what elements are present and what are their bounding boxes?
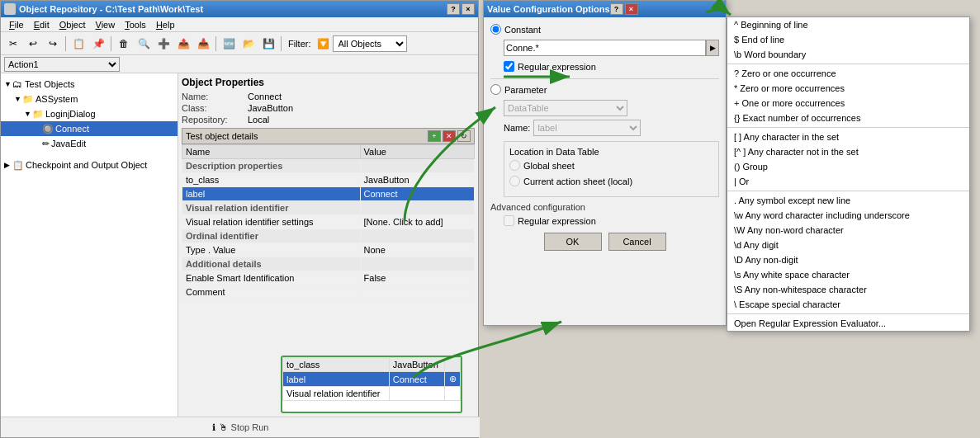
- regex-label: Regular expression: [518, 62, 596, 72]
- ctx-separator: [727, 191, 969, 191]
- toolbar-undo[interactable]: ↩: [24, 35, 42, 53]
- zoom-connect-td: Connect: [389, 372, 444, 387]
- menu-edit[interactable]: Edit: [29, 20, 54, 30]
- ok-button[interactable]: OK: [544, 233, 602, 251]
- toolbar-add[interactable]: ➕: [154, 35, 173, 53]
- toolbar-find[interactable]: 🔍: [135, 35, 153, 53]
- current-radio[interactable]: [509, 176, 520, 186]
- context-menu-item[interactable]: * Zero or more occurrences: [727, 81, 969, 96]
- tree-logindialog[interactable]: ▼ 📁 LoginjDialog: [1, 106, 178, 121]
- context-menu-item[interactable]: () Group: [727, 159, 969, 174]
- tree-connect[interactable]: 🔘 Connect: [1, 121, 178, 136]
- zoom-vri-td: Visual relation identifier: [283, 387, 390, 401]
- tree-assystem[interactable]: ▼ 📁 ASSystem: [1, 92, 178, 106]
- tree-javaedit[interactable]: ✏ JavaEdit: [1, 136, 178, 151]
- context-menu-item[interactable]: . Any symbol except new line: [727, 193, 969, 208]
- global-radio[interactable]: [509, 160, 520, 171]
- menu-tools[interactable]: Tools: [120, 20, 151, 30]
- parameter-label: Parameter: [504, 85, 547, 95]
- context-menu-item[interactable]: \W Any non-word character: [727, 223, 969, 238]
- toolbar-paste[interactable]: 📌: [89, 35, 107, 53]
- toolbar-delete[interactable]: 🗑: [115, 35, 133, 53]
- toolbar-export[interactable]: 📤: [174, 35, 192, 53]
- context-menu-item[interactable]: \s Any white space character: [727, 267, 969, 282]
- context-menu-item[interactable]: ^ Beginning of line: [727, 17, 969, 32]
- context-menu-item[interactable]: \S Any non-whitespace character: [727, 282, 969, 297]
- ctx-separator: [727, 64, 969, 64]
- context-menu-item[interactable]: Open Regular Expression Evaluator...: [727, 316, 969, 331]
- vco-help-btn[interactable]: ?: [610, 3, 623, 15]
- param-select[interactable]: DataTable: [504, 100, 627, 116]
- tree-checkpoint[interactable]: ▶ 📋 Checkpoint and Output Object: [1, 158, 178, 172]
- context-menu-item[interactable]: {} Exact number of occurrences: [727, 111, 969, 125]
- toolbar-sep1: [65, 36, 66, 51]
- toolbar-import[interactable]: 📥: [194, 35, 212, 53]
- toolbar-open[interactable]: 📂: [239, 35, 258, 53]
- context-menu-item[interactable]: \d Any digit: [727, 238, 969, 252]
- stop-run-label[interactable]: Stop Run: [231, 422, 269, 432]
- context-menu-item[interactable]: \D Any non-digit: [727, 252, 969, 267]
- context-menu-item[interactable]: \ Escape special character: [727, 297, 969, 312]
- close-button[interactable]: ×: [462, 3, 475, 15]
- context-menu-item[interactable]: \w Any word character including undersco…: [727, 208, 969, 223]
- toolbar-copy[interactable]: 📋: [69, 35, 88, 53]
- context-menu-item[interactable]: | Or: [727, 174, 969, 189]
- context-menu-item[interactable]: [ ] Any character in the set: [727, 130, 969, 144]
- expand-checkpoint[interactable]: ▶: [4, 161, 12, 169]
- cancel-button[interactable]: Cancel: [608, 233, 666, 251]
- tree-panel: ▼ 🗂 Test Objects ▼ 📁 ASSystem ▼ 📁 Loginj…: [1, 73, 178, 418]
- context-menu-item[interactable]: $ End of line: [727, 32, 969, 47]
- expand-assystem[interactable]: ▼: [14, 95, 22, 103]
- prop-name-value: Connect: [248, 92, 282, 101]
- constant-radio[interactable]: [490, 24, 501, 35]
- vco-title-bar: Value Configuration Options ? ×: [484, 1, 726, 17]
- name-select[interactable]: label: [533, 120, 641, 136]
- toolbar-save[interactable]: 💾: [259, 35, 277, 53]
- table-row[interactable]: labelConnect: [182, 187, 475, 201]
- connect-label: Connect: [55, 124, 89, 134]
- vco-dialog: Value Configuration Options ? × Constant…: [483, 0, 727, 326]
- toolbar-cut[interactable]: ✂: [4, 35, 22, 53]
- table-row[interactable]: Enable Smart IdentificationFalse: [182, 271, 475, 285]
- constant-arrow-btn[interactable]: ▶: [706, 40, 719, 56]
- assystem-icon: 📁: [22, 94, 34, 105]
- name-label-text: Name:: [504, 123, 530, 133]
- expand-logindialog[interactable]: ▼: [24, 110, 32, 118]
- action-select[interactable]: Action1: [4, 57, 120, 72]
- expand-root[interactable]: ▼: [4, 80, 12, 88]
- zoom-row-selected[interactable]: label Connect ⊕: [283, 372, 461, 387]
- filter-select[interactable]: All Objects: [333, 35, 407, 52]
- checkpoint-label: Checkpoint and Output Object: [26, 160, 147, 170]
- menu-object[interactable]: Object: [54, 20, 91, 30]
- name-row: Name: label: [504, 120, 719, 136]
- menu-bar: File Edit Object View Tools Help: [1, 17, 478, 32]
- regex-checkbox[interactable]: [504, 61, 514, 72]
- adv-regex-checkbox[interactable]: [504, 215, 514, 226]
- table-row[interactable]: Comment: [182, 285, 475, 299]
- table-row[interactable]: Visual relation identifier settings[None…: [182, 215, 475, 229]
- details-add-btn[interactable]: +: [428, 130, 441, 142]
- help-button[interactable]: ?: [447, 3, 460, 15]
- parameter-radio[interactable]: [490, 84, 501, 95]
- context-menu-item[interactable]: \b Word boundary: [727, 47, 969, 62]
- toolbar-redo[interactable]: ↪: [44, 35, 62, 53]
- menu-file[interactable]: File: [4, 20, 29, 30]
- table-row[interactable]: Type . ValueNone: [182, 243, 475, 257]
- menu-view[interactable]: View: [91, 20, 121, 30]
- tree-root[interactable]: ▼ 🗂 Test Objects: [1, 77, 178, 92]
- zoom-td-3: [445, 358, 461, 372]
- prop-repo-value: Local: [248, 115, 269, 125]
- tree-root-label: Test Objects: [25, 79, 75, 89]
- constant-input[interactable]: [504, 40, 706, 56]
- details-del-btn[interactable]: ✕: [443, 130, 456, 142]
- menu-help[interactable]: Help: [151, 20, 180, 30]
- toolbar-new[interactable]: 🆕: [220, 35, 238, 53]
- vco-close-btn[interactable]: ×: [625, 3, 638, 15]
- checkpoint-icon: 📋: [12, 160, 24, 171]
- context-menu-item[interactable]: + One or more occurrences: [727, 96, 969, 111]
- context-menu-item[interactable]: ? Zero or one occurrence: [727, 66, 969, 81]
- context-menu-item[interactable]: [^ ] Any character not in the set: [727, 144, 969, 159]
- table-row[interactable]: to_classJavaButton: [182, 173, 475, 187]
- details-refresh-btn[interactable]: ↻: [457, 130, 471, 142]
- location-section: Location in Data Table Global sheet Curr…: [504, 141, 719, 197]
